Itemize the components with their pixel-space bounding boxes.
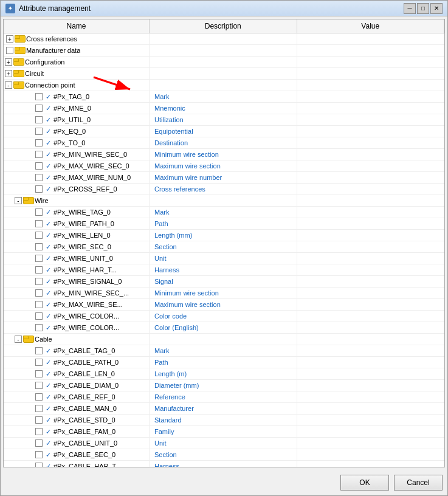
list-item[interactable]: ✓ #Px_WIRE_SEC_0 Section (4, 241, 444, 253)
checkbox[interactable] (35, 139, 43, 146)
list-item[interactable]: - Cable (4, 334, 444, 345)
list-item[interactable]: ✓ #Px_WIRE_SIGNAL_0 Signal (4, 276, 444, 288)
list-item[interactable]: - Connection point (4, 80, 444, 91)
list-item[interactable]: ✓ #Px_MIN_WIRE_SEC_0 Minimum wire sectio… (4, 149, 444, 160)
list-item[interactable]: ✓ #Px_CABLE_DIAM_0 Diameter (mm) (4, 380, 444, 391)
checkbox[interactable] (35, 439, 43, 447)
expand-icon[interactable]: - (15, 197, 22, 204)
row-label: #Px_TAG_0 (53, 93, 89, 100)
checkbox[interactable] (35, 301, 43, 308)
checkbox[interactable] (35, 416, 43, 424)
expand-icon[interactable]: - (5, 81, 12, 89)
close-button[interactable]: ✕ (430, 3, 443, 14)
expand-icon[interactable]: - (15, 336, 22, 343)
list-item[interactable]: ✓ #Px_MIN_WIRE_SEC_... Minimum wire sect… (4, 288, 444, 299)
checkbox[interactable] (35, 451, 43, 458)
checkbox[interactable] (35, 312, 43, 320)
checkbox[interactable] (35, 128, 43, 135)
minimize-button[interactable]: ─ (404, 3, 416, 14)
checkbox[interactable] (35, 93, 43, 100)
checkbox[interactable] (35, 105, 43, 112)
checkbox[interactable] (35, 359, 43, 366)
list-item[interactable]: ✓ #Px_WIRE_COLOR... Color (English) (4, 322, 444, 334)
checkbox[interactable] (35, 347, 43, 354)
row-label: #Px_WIRE_COLOR... (53, 324, 119, 331)
list-item[interactable]: ✓ #Px_CROSS_REF_0 Cross references (4, 184, 444, 195)
checkbox[interactable] (35, 243, 43, 250)
checkbox[interactable] (35, 278, 43, 285)
value-cell (297, 126, 445, 137)
value-cell (297, 184, 445, 195)
expand-icon[interactable]: + (5, 70, 12, 77)
list-item[interactable]: ✓ #Px_CABLE_MAN_0 Manufacturer (4, 403, 444, 415)
checkbox[interactable] (35, 116, 43, 123)
list-item[interactable]: ✓ #Px_CABLE_HAR_T... Harness (4, 461, 444, 467)
row-label: #Px_CABLE_TAG_0 (53, 347, 115, 354)
checkbox[interactable] (35, 208, 43, 216)
checkbox[interactable] (35, 405, 43, 412)
checkbox[interactable] (35, 382, 43, 389)
table-body[interactable]: + Cross references Manufacturer data (4, 33, 444, 467)
list-item[interactable]: ✓ #Px_TAG_0 Mark (4, 91, 444, 103)
checkbox[interactable] (35, 324, 43, 331)
value-cell (297, 461, 445, 467)
checkbox[interactable] (35, 266, 43, 274)
list-item[interactable]: ✓ #Px_MAX_WIRE_SE... Maximum wire sectio… (4, 299, 444, 311)
desc-cell: Cross references (150, 184, 297, 195)
checkbox[interactable] (35, 370, 43, 377)
list-item[interactable]: ✓ #Px_WIRE_LEN_0 Length (mm) (4, 230, 444, 241)
title-bar-controls: ─ □ ✕ (404, 3, 443, 14)
list-item[interactable]: ✓ #Px_WIRE_PATH_0 Path (4, 218, 444, 230)
row-label: Configuration (25, 58, 64, 66)
list-item[interactable]: ✓ #Px_WIRE_HAR_T... Harness (4, 264, 444, 276)
checkbox[interactable] (35, 428, 43, 435)
list-item[interactable]: - Wire (4, 195, 444, 207)
list-item[interactable]: ✓ #Px_MAX_WIRE_NUM_0 Maximum wire number (4, 172, 444, 184)
list-item[interactable]: ✓ #Px_WIRE_COLOR... Color code (4, 311, 444, 322)
list-item[interactable]: ✓ #Px_WIRE_TAG_0 Mark (4, 207, 444, 218)
list-item[interactable]: ✓ #Px_CABLE_TAG_0 Mark (4, 345, 444, 357)
desc-cell: Mark (150, 91, 297, 102)
checkbox[interactable] (35, 151, 43, 158)
list-item[interactable]: ✓ #Px_CABLE_UNIT_0 Unit (4, 438, 444, 449)
checkbox[interactable] (35, 162, 43, 170)
list-item[interactable]: ✓ #Px_CABLE_STD_0 Standard (4, 415, 444, 426)
list-item[interactable]: ✓ #Px_TO_0 Destination (4, 137, 444, 149)
list-item[interactable]: ✓ #Px_CABLE_SEC_0 Section (4, 449, 444, 461)
desc-cell (150, 195, 297, 206)
list-item[interactable]: ✓ #Px_CABLE_REF_0 Reference (4, 391, 444, 403)
expand-icon[interactable]: + (6, 35, 13, 43)
expand-icon[interactable] (6, 47, 13, 54)
ok-button[interactable]: OK (340, 475, 389, 491)
maximize-button[interactable]: □ (417, 3, 429, 14)
checkbox[interactable] (35, 185, 43, 193)
row-label: #Px_CABLE_MAN_0 (53, 405, 117, 412)
row-label: #Px_MIN_WIRE_SEC_... (53, 289, 129, 297)
expand-icon[interactable]: + (5, 58, 12, 66)
list-item[interactable]: ✓ #Px_WIRE_UNIT_0 Unit (4, 253, 444, 264)
description-column-header: Description (150, 19, 297, 33)
checkbox[interactable] (35, 220, 43, 227)
list-item[interactable]: ✓ #Px_CABLE_PATH_0 Path (4, 357, 444, 368)
list-item[interactable]: ✓ #Px_EQ_0 Equipotential (4, 126, 444, 137)
list-item[interactable]: ✓ #Px_MNE_0 Mnemonic (4, 103, 444, 114)
row-label: #Px_WIRE_PATH_0 (53, 220, 114, 227)
list-item[interactable]: ✓ #Px_CABLE_LEN_0 Length (m) (4, 368, 444, 380)
row-label: Manufacturer data (26, 47, 80, 54)
list-item[interactable]: ✓ #Px_CABLE_FAM_0 Family (4, 426, 444, 438)
checkbox[interactable] (35, 463, 43, 467)
checkbox[interactable] (35, 232, 43, 239)
checkbox[interactable] (35, 255, 43, 262)
checkbox[interactable] (35, 289, 43, 297)
cancel-button[interactable]: Cancel (394, 475, 443, 491)
checkbox[interactable] (35, 174, 43, 181)
list-item[interactable]: ✓ #Px_UTIL_0 Utilization (4, 114, 444, 126)
list-item[interactable]: + Circuit (4, 68, 444, 80)
list-item[interactable]: ✓ #Px_MAX_WIRE_SEC_0 Maximum wire sectio… (4, 160, 444, 172)
list-item[interactable]: Manufacturer data (4, 45, 444, 57)
row-label: #Px_CABLE_HAR_T... (53, 463, 121, 467)
list-item[interactable]: + Cross references (4, 33, 444, 45)
table-header: Name Description Value (4, 19, 444, 33)
checkbox[interactable] (35, 393, 43, 401)
list-item[interactable]: + Configuration (4, 57, 444, 68)
